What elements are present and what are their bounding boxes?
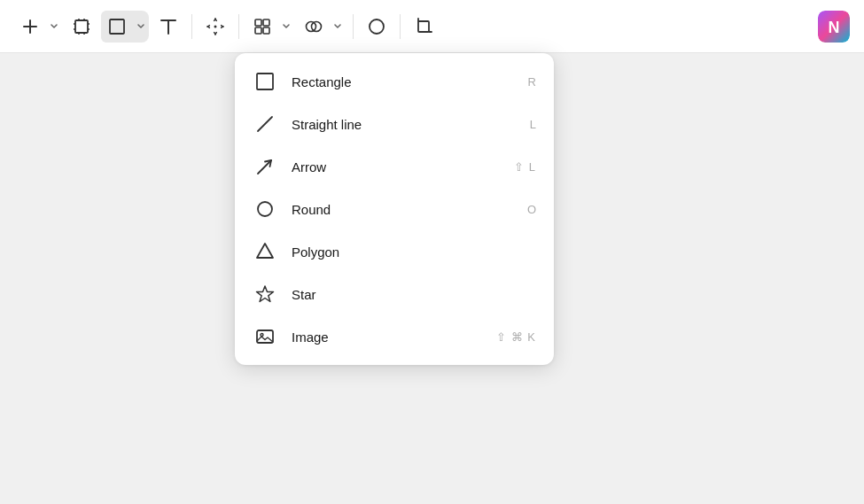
image-label: Image: [292, 330, 482, 345]
shape-button-group: [101, 11, 149, 43]
divider-4: [400, 14, 401, 39]
star-icon: [253, 282, 277, 306]
round-label: Round: [292, 202, 513, 217]
chevron-down-icon: [283, 24, 290, 29]
text-icon: [160, 18, 176, 35]
arrow-label: Arrow: [292, 159, 500, 174]
svg-point-34: [261, 334, 263, 337]
straight-line-shortcut: L: [530, 118, 536, 131]
shape-icon: [108, 18, 126, 35]
svg-rect-22: [418, 21, 429, 32]
menu-item-straight-line[interactable]: Straight line L: [235, 103, 554, 145]
mask-button-group: [298, 11, 346, 43]
frame-icon: [73, 18, 90, 35]
straight-line-label: Straight line: [292, 117, 516, 132]
svg-line-29: [258, 160, 271, 174]
menu-item-star[interactable]: Star: [235, 273, 554, 315]
svg-rect-17: [255, 27, 261, 34]
menu-item-rectangle[interactable]: Rectangle R: [235, 60, 554, 103]
chevron-down-icon: [137, 24, 144, 29]
menu-item-polygon[interactable]: Polygon: [235, 230, 554, 273]
svg-point-21: [370, 19, 384, 34]
polygon-label: Polygon: [292, 244, 522, 260]
components-button[interactable]: [246, 11, 278, 43]
brand-icon[interactable]: N: [818, 11, 850, 43]
svg-rect-16: [263, 19, 269, 26]
arrow-shortcut: ⇧ L: [514, 160, 536, 174]
circle-button[interactable]: [361, 11, 393, 43]
svg-marker-31: [257, 244, 273, 258]
svg-point-30: [258, 202, 272, 216]
svg-line-28: [258, 117, 272, 131]
straight-line-icon: [253, 112, 277, 136]
round-shortcut: O: [527, 203, 536, 216]
crop-button[interactable]: [408, 11, 440, 43]
svg-rect-33: [257, 330, 273, 343]
components-icon: [253, 18, 271, 35]
shape-dropdown-menu: Rectangle R Straight line L Arrow ⇧ L: [235, 53, 554, 365]
mask-icon: [305, 18, 323, 35]
svg-rect-18: [263, 27, 269, 34]
polygon-icon: [253, 239, 277, 264]
svg-text:N: N: [829, 19, 840, 36]
move-button[interactable]: [199, 11, 231, 43]
text-button[interactable]: [152, 11, 184, 43]
svg-rect-27: [257, 74, 273, 89]
mask-chevron-button[interactable]: [330, 11, 346, 43]
shape-button[interactable]: [101, 11, 133, 43]
svg-rect-2: [75, 20, 88, 33]
divider-3: [353, 14, 354, 39]
menu-item-round[interactable]: Round O: [235, 188, 554, 230]
add-button[interactable]: [14, 11, 46, 43]
shape-chevron-button[interactable]: [133, 11, 149, 43]
components-button-group: [246, 11, 294, 43]
svg-point-14: [214, 25, 217, 27]
divider-2: [238, 14, 239, 39]
svg-rect-11: [110, 19, 124, 34]
add-button-group: [14, 11, 62, 43]
crop-icon: [415, 18, 432, 35]
rectangle-shortcut: R: [528, 75, 536, 89]
round-icon: [253, 197, 277, 221]
star-label: Star: [292, 287, 522, 302]
image-icon: [253, 324, 277, 349]
shape-dropdown: Rectangle R Straight line L Arrow ⇧ L: [235, 53, 554, 365]
menu-item-image[interactable]: Image ⇧ ⌘ K: [235, 315, 554, 358]
plus-icon: [22, 19, 38, 35]
frame-button[interactable]: [66, 11, 97, 43]
move-icon: [206, 18, 224, 35]
mask-button[interactable]: [298, 11, 330, 43]
components-chevron-button[interactable]: [278, 11, 294, 43]
arrow-icon: [253, 154, 277, 179]
chevron-down-icon: [334, 24, 341, 29]
rectangle-icon: [253, 69, 277, 94]
menu-item-arrow[interactable]: Arrow ⇧ L: [235, 145, 554, 188]
svg-marker-32: [257, 286, 274, 302]
divider-1: [191, 14, 192, 39]
rectangle-label: Rectangle: [292, 74, 514, 89]
svg-rect-15: [255, 19, 261, 26]
brand-logo: N: [818, 11, 850, 43]
circle-icon: [368, 18, 385, 35]
image-shortcut: ⇧ ⌘ K: [496, 330, 536, 344]
chevron-down-icon: [51, 24, 58, 29]
toolbar: N: [0, 0, 864, 53]
add-chevron-button[interactable]: [46, 11, 62, 43]
